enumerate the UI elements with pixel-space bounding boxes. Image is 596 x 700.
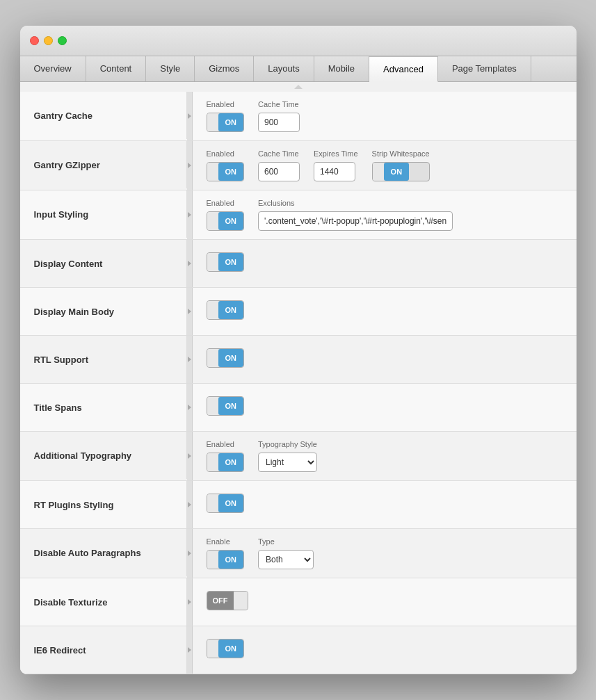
label-display-content: Display Content [20, 240, 187, 287]
toggle-additional-typography[interactable]: ON [207, 453, 245, 472]
row-rtl-support: RTL Support ON [20, 336, 577, 384]
cg-rtl: ON [207, 344, 245, 368]
toggle-gzipper[interactable]: ON [207, 162, 245, 181]
label-display-main-body: Display Main Body [20, 288, 187, 335]
label-gz-cache-time: Cache Time [258, 149, 300, 158]
divider-6 [187, 384, 193, 431]
tab-content[interactable]: Content [86, 56, 147, 81]
controls-gantry-cache: Enabled ON Cache Time [193, 92, 577, 140]
divider-10 [187, 578, 193, 626]
toggle-on-ts: ON [218, 397, 244, 415]
input-expires-time[interactable] [314, 162, 355, 181]
divider-4 [187, 288, 193, 335]
label-dap-enabled: Enable [207, 537, 245, 546]
toggle-display-main-body[interactable]: ON [207, 300, 245, 320]
toggle-rtl-support[interactable]: ON [207, 348, 245, 368]
row-disable-texturize: Disable Texturize OFF [20, 578, 577, 626]
controls-rt-plugins-styling: ON [193, 481, 577, 521]
toggle-on-ie6: ON [218, 640, 244, 658]
maximize-button[interactable] [58, 36, 67, 45]
tab-page-templates[interactable]: Page Templates [438, 56, 531, 81]
toggle-disable-auto-paragraphs[interactable]: ON [207, 550, 245, 569]
tab-style[interactable]: Style [146, 56, 195, 81]
toggle-disable-texturize[interactable]: OFF [207, 591, 248, 610]
row-display-main-body: Display Main Body ON [20, 288, 577, 336]
toggle-on-dt [234, 592, 248, 610]
toggle-off-dt: OFF [207, 592, 234, 610]
titlebar [20, 26, 577, 56]
divider-2 [187, 190, 193, 239]
toggle-off-rtl [207, 349, 218, 367]
controls-title-spans: ON [193, 384, 577, 424]
divider-11 [187, 626, 193, 674]
row-disable-auto-paragraphs: Disable Auto Paragraphs Enable ON Type B… [20, 529, 577, 578]
toggle-on-is: ON [218, 212, 244, 230]
toggle-off-gz [207, 163, 218, 181]
cg-ie6: ON [207, 635, 245, 658]
label-enabled-0: Enabled [207, 100, 245, 108]
cg-typography-style: Typography Style Light Dark Custom [258, 440, 317, 472]
label-is-enabled: Enabled [207, 199, 245, 207]
cg-at-enabled: Enabled ON [207, 440, 245, 472]
toggle-rt-plugins-styling[interactable]: ON [207, 494, 245, 513]
cg-rtp: ON [207, 489, 245, 513]
row-ie6-redirect: IE6 Redirect ON [20, 626, 577, 674]
divider-8 [187, 481, 193, 528]
select-type[interactable]: Both Content Excerpt [258, 550, 314, 569]
controls-gantry-gzipper: Enabled ON Cache Time Expires Time Strip… [193, 141, 577, 190]
input-gz-cache-time[interactable] [258, 162, 300, 181]
label-expires-time: Expires Time [314, 149, 358, 158]
tab-layouts[interactable]: Layouts [254, 56, 314, 81]
label-additional-typography: Additional Typography [20, 432, 187, 479]
row-display-content: Display Content ON [20, 240, 577, 288]
toggle-off-ie6 [207, 640, 218, 658]
toggle-on-rtp: ON [218, 494, 244, 512]
toggle-display-content[interactable]: ON [207, 252, 245, 272]
controls-input-styling: Enabled ON Exclusions [193, 190, 577, 239]
toggle-input-styling[interactable]: ON [207, 211, 245, 231]
tab-overview[interactable]: Overview [20, 56, 86, 81]
cg-cache-time: Cache Time [258, 100, 300, 132]
toggle-title-spans[interactable]: ON [207, 396, 245, 416]
controls-disable-auto-paragraphs: Enable ON Type Both Content Excerpt [193, 529, 577, 578]
toggle-on-dmb: ON [218, 301, 244, 319]
toggle-off-ts [207, 397, 218, 415]
toggle-off-rtp [207, 494, 218, 512]
input-cache-time[interactable] [258, 113, 300, 132]
controls-ie6-redirect: ON [193, 626, 577, 667]
minimize-button[interactable] [44, 36, 53, 45]
tab-bar: Overview Content Style Gizmos Layouts Mo… [20, 56, 577, 82]
toggle-on-sw: ON [384, 163, 410, 181]
close-button[interactable] [30, 36, 39, 45]
label-cache-time: Cache Time [258, 100, 300, 108]
toggle-strip-whitespace[interactable]: ON [372, 162, 430, 181]
cg-exclusions: Exclusions [258, 199, 453, 231]
select-typography-style[interactable]: Light Dark Custom [258, 453, 317, 472]
main-window: Overview Content Style Gizmos Layouts Mo… [20, 26, 577, 674]
cg-dc: ON [207, 248, 245, 272]
row-additional-typography: Additional Typography Enabled ON Typogra… [20, 432, 577, 481]
toggle-off-dap [207, 551, 218, 569]
label-disable-auto-paragraphs: Disable Auto Paragraphs [20, 529, 187, 576]
tab-gizmos[interactable]: Gizmos [195, 56, 254, 81]
label-exclusions: Exclusions [258, 199, 453, 207]
toggle-gantry-cache[interactable]: ON [207, 113, 245, 132]
tab-advanced[interactable]: Advanced [369, 56, 438, 82]
tab-indicator-arrow [294, 85, 303, 89]
cg-strip-whitespace: Strip Whitespace ON [372, 149, 430, 181]
toggle-on-at: ON [218, 453, 244, 471]
tab-mobile[interactable]: Mobile [314, 56, 369, 81]
toggle-off-dc [207, 253, 218, 271]
toggle-on-text-0: ON [218, 113, 244, 131]
cg-dmb: ON [207, 296, 245, 320]
toggle-ie6-redirect[interactable]: ON [207, 639, 245, 658]
label-strip-whitespace: Strip Whitespace [372, 149, 430, 158]
label-disable-texturize: Disable Texturize [20, 578, 187, 626]
controls-disable-texturize: OFF [193, 578, 577, 619]
tab-indicator [20, 82, 577, 92]
cg-gzipper-enabled: Enabled ON [207, 149, 245, 181]
input-exclusions[interactable] [258, 211, 453, 231]
row-gantry-gzipper: Gantry GZipper Enabled ON Cache Time Exp… [20, 141, 577, 190]
toggle-off-dmb [207, 301, 218, 319]
divider-3 [187, 240, 193, 287]
